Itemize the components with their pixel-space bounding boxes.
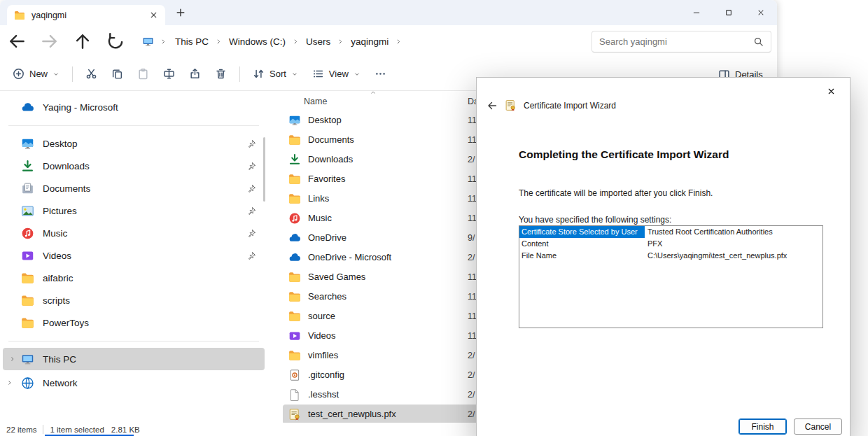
dialog-title: Certificate Import Wizard bbox=[524, 101, 616, 111]
rename-button[interactable] bbox=[156, 62, 182, 86]
sidebar-item-label: Yaqing - Microsoft bbox=[43, 102, 118, 113]
see-more-button[interactable] bbox=[368, 62, 393, 86]
cut-button[interactable] bbox=[78, 62, 104, 86]
wizard-intro-text: The certificate will be imported after y… bbox=[519, 188, 827, 198]
folder-icon bbox=[288, 310, 301, 323]
sidebar-item-label: PowerToys bbox=[43, 318, 89, 328]
navigation-pane: Yaqing - Microsoft Desktop Downloads Doc… bbox=[0, 91, 267, 423]
search-box[interactable] bbox=[592, 31, 771, 52]
sidebar-item-pictures[interactable]: Pictures bbox=[0, 199, 267, 222]
paste-button[interactable] bbox=[130, 62, 156, 86]
setting-row[interactable]: Certificate Store Selected by User Trust… bbox=[519, 226, 822, 238]
chevron-right-icon[interactable] bbox=[6, 379, 13, 386]
download-icon bbox=[288, 153, 301, 166]
breadcrumb-item-yaqingmi[interactable]: yaqingmi bbox=[346, 34, 393, 49]
sidebar-item-downloads[interactable]: Downloads bbox=[0, 155, 267, 177]
delete-button[interactable] bbox=[208, 62, 234, 86]
share-button[interactable] bbox=[182, 62, 208, 86]
view-button[interactable]: View bbox=[305, 62, 368, 86]
sidebar-item-onedrive[interactable]: Yaqing - Microsoft bbox=[0, 95, 267, 119]
file-name: source bbox=[308, 311, 335, 321]
chevron-right-icon bbox=[395, 38, 402, 45]
folder-icon bbox=[14, 10, 25, 21]
sidebar-item-powertoys[interactable]: PowerToys bbox=[0, 311, 267, 334]
sidebar-item-network[interactable]: Network bbox=[0, 372, 267, 394]
ellipsis-icon bbox=[374, 68, 386, 80]
dialog-back-button[interactable] bbox=[486, 100, 498, 111]
chevron-right-icon bbox=[292, 38, 300, 45]
item-count: 22 items bbox=[3, 426, 40, 434]
pin-icon bbox=[247, 251, 256, 260]
chevron-right-icon[interactable] bbox=[9, 356, 16, 363]
download-icon bbox=[21, 160, 34, 173]
chevron-right-icon bbox=[215, 38, 223, 45]
settings-list[interactable]: Certificate Store Selected by User Trust… bbox=[519, 225, 823, 328]
copy-icon bbox=[111, 68, 123, 80]
tab-close-icon[interactable] bbox=[149, 10, 158, 20]
folder-icon bbox=[21, 294, 34, 307]
sidebar-item-scripts[interactable]: scripts bbox=[0, 289, 267, 311]
sidebar-item-label: Downloads bbox=[43, 161, 90, 171]
file-name: test_cert_newplus.pfx bbox=[308, 409, 396, 419]
breadcrumb-item-windows-c[interactable]: Windows (C:) bbox=[224, 34, 290, 49]
status-divider bbox=[43, 425, 43, 434]
setting-row[interactable]: File Name C:\Users\yaqingmi\test_cert_ne… bbox=[519, 250, 822, 262]
maximize-button[interactable] bbox=[713, 0, 745, 25]
new-button-label: New bbox=[29, 69, 48, 79]
setting-row[interactable]: Content PFX bbox=[519, 238, 822, 250]
forward-button[interactable] bbox=[40, 31, 59, 51]
picture-icon bbox=[21, 204, 34, 218]
folder-icon bbox=[21, 272, 34, 285]
folder-icon bbox=[288, 349, 301, 362]
file-name: Favorites bbox=[308, 174, 345, 184]
sidebar-item-music[interactable]: Music bbox=[0, 222, 267, 244]
close-button[interactable] bbox=[745, 0, 777, 25]
wizard-heading: Completing the Certificate Import Wizard bbox=[519, 148, 834, 161]
setting-key: Certificate Store Selected by User bbox=[519, 226, 645, 238]
sidebar-item-label: Music bbox=[43, 228, 67, 239]
new-tab-button[interactable] bbox=[175, 7, 186, 18]
explorer-tab[interactable]: yaqingmi bbox=[7, 5, 165, 25]
up-button[interactable] bbox=[73, 31, 92, 51]
copy-button[interactable] bbox=[104, 62, 130, 86]
refresh-button[interactable] bbox=[106, 31, 125, 51]
tab-bar: yaqingmi bbox=[0, 0, 777, 25]
back-button[interactable] bbox=[7, 31, 27, 51]
sidebar-item-label: Videos bbox=[43, 251, 71, 261]
folder-icon bbox=[288, 134, 301, 146]
pin-icon bbox=[247, 139, 256, 148]
selection-size: 2.81 KB bbox=[108, 426, 144, 434]
breadcrumb-item-this-pc[interactable]: This PC bbox=[170, 34, 214, 49]
finish-button[interactable]: Finish bbox=[738, 419, 787, 435]
chevron-down-icon bbox=[52, 71, 59, 78]
cancel-button[interactable]: Cancel bbox=[794, 419, 842, 435]
setting-value: PFX bbox=[645, 238, 665, 250]
breadcrumb-item-users[interactable]: Users bbox=[301, 34, 335, 49]
breadcrumb: This PCWindows (C:)Usersyaqingmi bbox=[142, 34, 404, 49]
tab-title: yaqingmi bbox=[31, 10, 66, 20]
file-date-modified: 2/ bbox=[468, 390, 475, 400]
sidebar-item-aifabric[interactable]: aifabric bbox=[0, 267, 267, 289]
setting-value: Trusted Root Certification Authorities bbox=[645, 226, 776, 238]
this-pc-icon bbox=[142, 36, 154, 48]
sidebar-item-this-pc[interactable]: This PC bbox=[3, 348, 265, 370]
sort-button[interactable]: Sort bbox=[246, 62, 305, 86]
file-date-modified: 2/ bbox=[468, 155, 475, 164]
file-name: Music bbox=[308, 213, 332, 223]
folder-icon bbox=[288, 271, 301, 283]
search-input[interactable] bbox=[599, 36, 753, 47]
music-icon bbox=[288, 212, 301, 225]
cloud-icon bbox=[288, 251, 301, 264]
wizard-icon bbox=[505, 99, 517, 111]
sidebar-item-documents[interactable]: Documents bbox=[0, 177, 267, 199]
sidebar-item-desktop[interactable]: Desktop bbox=[0, 132, 267, 155]
sidebar-item-videos[interactable]: Videos bbox=[0, 244, 267, 267]
file-date-modified: 2/ bbox=[468, 253, 475, 262]
new-button[interactable]: New bbox=[6, 62, 66, 86]
sidebar-scrollbar[interactable] bbox=[263, 137, 265, 202]
file-name: Searches bbox=[308, 291, 346, 302]
minimize-button[interactable] bbox=[680, 0, 713, 25]
video-icon bbox=[21, 249, 34, 262]
column-header-name[interactable]: Name bbox=[304, 97, 327, 106]
dialog-close-button[interactable] bbox=[820, 82, 841, 100]
